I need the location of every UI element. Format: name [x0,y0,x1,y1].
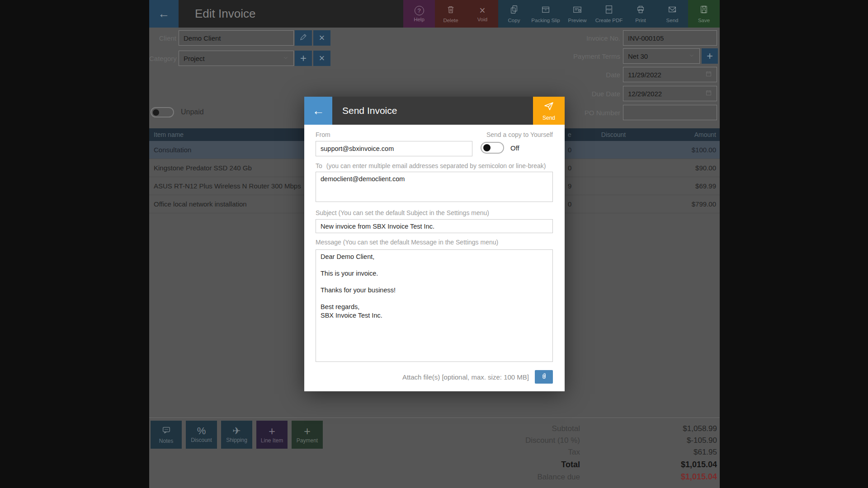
payment-terms-label: Payment Terms [548,52,620,60]
delete-button[interactable]: Delete [435,0,467,28]
divider [149,418,720,418]
send-invoice-dialog: ← Send Invoice Send From Send a copy to … [304,97,565,391]
floppy-disk-icon [699,5,709,16]
copy-button[interactable]: Copy [498,0,530,28]
trash-icon [446,5,456,16]
total-row: Total $1,015.04 [401,458,717,471]
invoice-no-input[interactable] [623,30,717,46]
pdf-file-icon: PDF [604,5,614,16]
copy-to-yourself-toggle[interactable] [481,142,504,154]
plus-icon: + [707,50,713,62]
create-pdf-button[interactable]: PDF Create PDF [593,0,625,28]
clear-category-button[interactable]: × [313,51,330,66]
paper-plane-icon [543,101,554,113]
add-payment-term-button[interactable]: + [702,48,718,64]
message-input[interactable]: Dear Demo Client, This is your invoice. … [316,249,553,362]
clear-client-button[interactable]: × [313,30,330,46]
add-category-button[interactable]: + [295,51,312,66]
edit-client-button[interactable] [295,30,312,46]
category-label: Category [149,55,176,62]
preview-icon [572,5,582,16]
invoice-no-label: Invoice No. [548,34,620,42]
back-arrow-icon: ← [158,7,170,21]
tax-row: Tax $61.95 [401,446,717,458]
packing-slip-button[interactable]: Packing Slip [530,0,561,28]
from-input[interactable] [316,141,472,156]
plus-icon: + [269,426,275,436]
po-number-input[interactable] [623,105,717,120]
help-button[interactable]: ? Help [403,0,435,28]
discount-row: Discount (10 %) $-105.90 [401,435,717,446]
paid-status-toggle[interactable] [151,107,174,117]
plus-icon: + [304,426,311,436]
dialog-title: Send Invoice [342,105,397,116]
payment-terms-value: Net 30 [628,52,648,60]
from-label: From [316,131,472,138]
toolbar-button-group: ? Help Delete × Void Copy [403,0,720,28]
x-icon: × [319,32,325,44]
plus-icon: + [300,52,307,65]
back-button[interactable]: ← [149,0,179,28]
envelope-icon [667,5,677,16]
client-label: Client [149,34,176,42]
column-header-amount: Amount [652,131,720,138]
discount-button[interactable]: % Discount [186,421,217,449]
attach-file-button[interactable] [535,370,553,384]
x-icon: × [479,5,485,15]
copy-icon [509,5,519,16]
totals-summary: Subtotal $1,058.99 Discount (10 %) $-105… [401,423,717,483]
column-header-discount: Discount [575,131,652,138]
date-value: 11/29/2022 [628,71,661,79]
dialog-body: From Send a copy to Yourself Off To (you… [304,125,565,384]
send-button[interactable]: Send [656,0,688,28]
save-button[interactable]: Save [688,0,720,28]
subject-input[interactable] [316,219,553,233]
column-header-price-clipped: e [568,131,575,138]
print-button[interactable]: Print [625,0,656,28]
toggle-knob [483,144,491,151]
calendar-icon [705,70,712,79]
due-date-input[interactable]: 12/29/2022 [623,86,717,101]
to-label: To [316,162,322,169]
chevron-down-icon [689,52,695,60]
subtotal-row: Subtotal $1,058.99 [401,423,717,435]
dialog-send-button[interactable]: Send [533,97,565,125]
shipping-button[interactable]: ✈ Shipping [221,421,252,449]
payment-terms-dropdown[interactable]: Net 30 [623,48,700,64]
package-icon [541,5,551,16]
date-input[interactable]: 11/29/2022 [623,67,717,82]
bottom-action-bar: Notes % Discount ✈ Shipping + Line Item … [151,421,323,449]
speech-bubble-icon [161,425,171,437]
due-date-value: 12/29/2022 [628,90,662,98]
void-button[interactable]: × Void [467,0,498,28]
category-dropdown[interactable]: Project [179,51,294,66]
message-label: Message (You can set the default Message… [316,239,553,246]
page-title: Edit Invoice [179,0,255,28]
add-payment-button[interactable]: + Payment [292,421,323,449]
toggle-knob [153,109,159,116]
top-toolbar: ← Edit Invoice ? Help Delete × Void [149,0,720,28]
percent-icon: % [197,426,206,436]
pencil-icon [299,33,307,43]
subject-label: Subject (You can set the default Subject… [316,209,553,216]
chevron-down-icon [283,55,289,62]
category-value: Project [184,55,205,62]
dialog-back-button[interactable]: ← [304,97,332,125]
svg-text:PDF: PDF [607,8,612,11]
balance-due-row: Balance due $1,015.04 [401,471,717,483]
help-icon: ? [415,6,424,15]
x-icon: × [319,52,325,64]
back-arrow-icon: ← [312,104,325,118]
calendar-icon [705,89,712,98]
to-input[interactable]: democlient@democlient.com [316,172,553,202]
paid-status-label: Unpaid [181,108,204,116]
dialog-header: ← Send Invoice Send [304,97,565,125]
preview-button[interactable]: Preview [561,0,593,28]
add-line-item-button[interactable]: + Line Item [256,421,288,449]
airplane-icon: ✈ [232,426,241,436]
to-note: (you can enter multiple email addresses … [326,162,546,169]
copy-to-yourself-label: Send a copy to Yourself [481,131,553,138]
dialog-title-bar: Send Invoice [332,97,533,125]
client-input[interactable] [179,30,294,46]
notes-button[interactable]: Notes [151,421,182,449]
